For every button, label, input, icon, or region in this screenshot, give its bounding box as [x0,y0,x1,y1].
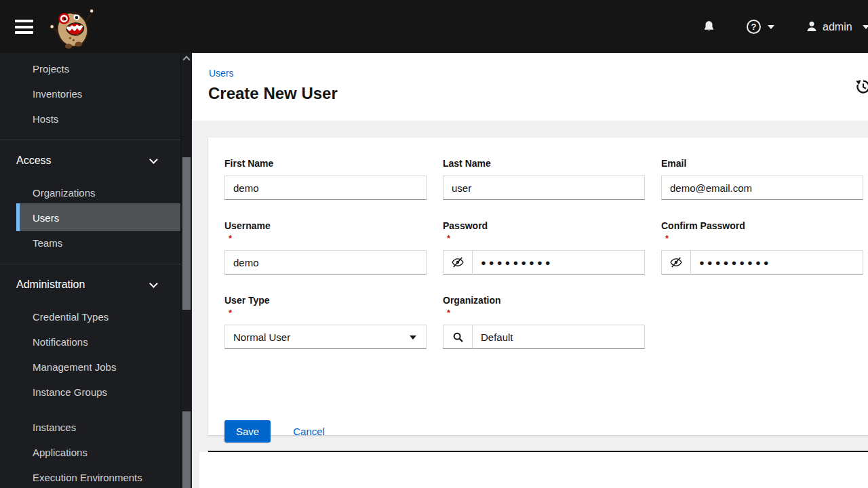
confirm-password-input[interactable]: ●●●●●●●●● [691,250,863,274]
first-name-label: First Name [224,158,427,169]
search-icon [452,331,465,344]
sidebar-group-access[interactable]: Access [16,155,52,167]
awx-mascot-icon [47,2,98,52]
user-type-select[interactable]: Normal User [224,325,427,349]
confirm-password-eye-slash-button[interactable] [661,250,691,274]
sidebar-group-administration[interactable]: Administration [16,279,85,291]
organization-value: Default [481,331,513,343]
required-asterisk: * [229,233,232,243]
username-input[interactable] [224,250,427,274]
organization-lookup-button[interactable] [443,325,473,349]
select-caret-down-icon [410,336,416,340]
empty-grid-cell [661,295,863,349]
sidebar-item-execution-environments[interactable]: Execution Environments [33,472,142,483]
password-input[interactable]: ●●●●●●●●● [473,250,645,274]
awx-app-window: ? admin Projects Inventories Hosts Acces… [0,0,868,488]
sidebar-item-projects[interactable]: Projects [33,63,69,75]
sidebar-item-notifications[interactable]: Notifications [33,336,88,348]
sidebar-item-hosts[interactable]: Hosts [33,113,58,125]
main-content: Users Create New User First Name [192,53,868,488]
bottom-panel [199,452,868,488]
page-title: Create New User [208,84,338,103]
field-username: Username* [224,220,427,274]
field-organization: Organization* Default [443,295,645,349]
sidebar-item-instance-groups[interactable]: Instance Groups [33,386,107,398]
user-avatar-icon[interactable] [805,20,818,36]
required-asterisk: * [229,308,232,318]
awx-logo[interactable] [47,2,98,52]
scrollbar-thumb[interactable] [182,411,191,488]
sidebar-item-credential-types[interactable]: Credential Types [33,311,108,323]
sidebar-item-inventories[interactable]: Inventories [33,88,82,100]
field-email: Email [661,158,863,200]
field-last-name: Last Name [443,158,645,200]
organization-label: Organization [443,295,645,306]
sidebar-nav: Projects Inventories Hosts Access Organi… [0,53,180,488]
required-asterisk: * [447,308,450,318]
breadcrumb-users-link[interactable]: Users [209,68,234,79]
organization-input[interactable]: Default [473,325,645,349]
username-label: Username [224,220,427,232]
confirm-password-masked-value: ●●●●●●●●● [699,258,772,268]
password-eye-slash-button[interactable] [443,250,473,274]
help-caret-down-icon[interactable] [768,25,774,29]
field-password: Password* ●●●●●●●●● [443,220,645,274]
field-confirm-password: Confirm Password* ●●●●●●●●● [661,220,863,274]
sidebar-item-users[interactable]: Users [33,212,59,224]
sidebar-item-applications[interactable]: Applications [33,447,87,458]
sidebar-divider [0,264,180,264]
last-name-input[interactable] [443,176,645,200]
save-button[interactable]: Save [224,420,271,443]
sidebar-item-instances[interactable]: Instances [33,422,76,433]
user-type-label: User Type [224,295,427,306]
user-type-selected-value: Normal User [233,331,290,343]
cancel-button[interactable]: Cancel [293,426,325,437]
last-name-label: Last Name [443,158,645,169]
email-label: Email [661,158,863,169]
form-grid: First Name Last Name Email [208,138,868,349]
notifications-bell-icon[interactable] [702,20,716,37]
password-masked-value: ●●●●●●●●● [481,258,553,268]
sidebar-item-organizations[interactable]: Organizations [33,187,96,199]
current-user-menu[interactable]: admin [823,21,852,33]
email-input[interactable] [661,176,863,200]
eye-slash-icon [451,256,465,269]
help-icon[interactable]: ? [747,20,761,34]
user-caret-down-icon[interactable] [863,25,868,29]
access-chevron-down-icon[interactable] [149,155,158,164]
administration-chevron-down-icon[interactable] [149,279,158,288]
eye-slash-icon [669,256,683,269]
password-label: Password [443,220,645,232]
sidebar-item-management-jobs[interactable]: Management Jobs [33,361,116,373]
confirm-password-label: Confirm Password [661,220,863,232]
first-name-input[interactable] [224,176,427,200]
required-asterisk: * [665,233,669,243]
hamburger-menu-icon[interactable] [15,20,33,34]
history-icon[interactable] [854,78,868,96]
sidebar-scrollbar[interactable] [180,53,192,488]
scrollbar-chevron-up-icon[interactable] [182,56,190,63]
create-user-form-card: First Name Last Name Email [208,138,868,435]
masthead: ? admin [0,0,868,53]
sidebar-item-teams[interactable]: Teams [33,237,62,249]
form-actions: Save Cancel [224,420,868,443]
scrollbar-thumb[interactable] [182,157,191,310]
page-header: Users Create New User [192,53,868,121]
required-asterisk: * [447,233,450,243]
field-user-type: User Type* Normal User [224,295,427,349]
help-glyph: ? [751,22,757,32]
sidebar-divider [0,140,180,140]
field-first-name: First Name [224,158,427,200]
